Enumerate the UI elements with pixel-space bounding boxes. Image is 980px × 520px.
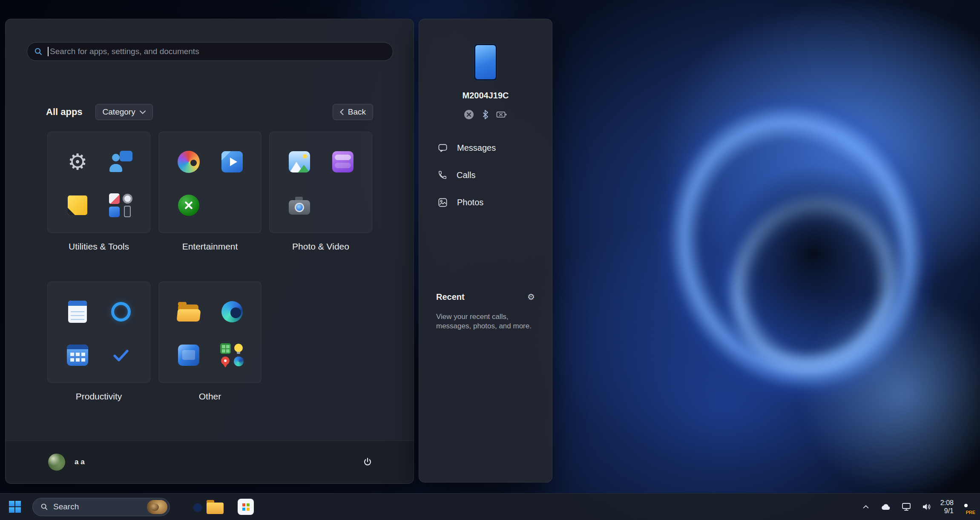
all-apps-title: All apps	[46, 106, 83, 118]
back-button[interactable]: Back	[333, 104, 373, 120]
taskbar-search-label: Search	[53, 502, 142, 511]
category-tile-photo-video[interactable]	[269, 132, 372, 233]
apps-cluster	[220, 343, 244, 367]
menu-item-calls[interactable]: Calls	[430, 166, 541, 184]
sticky-notes-icon	[66, 193, 89, 217]
category-label: Photo & Video	[269, 241, 372, 252]
phone-preview-image	[474, 43, 497, 81]
search-input[interactable]	[50, 47, 386, 56]
paint-icon	[177, 150, 201, 174]
start-menu-panel: All apps Category Back ⚙	[5, 19, 414, 484]
edge-icon	[220, 300, 244, 324]
photo-icon	[438, 198, 448, 207]
onedrive-icon[interactable]	[878, 501, 893, 513]
phone-status-row	[419, 109, 552, 120]
notepad-icon	[66, 300, 89, 324]
category-tile-productivity[interactable]	[47, 282, 150, 383]
desktop: All apps Category Back ⚙	[0, 0, 980, 520]
category-tile-other[interactable]	[158, 282, 262, 383]
video-editor-icon	[331, 150, 355, 174]
category-tile-utilities-tools[interactable]: ⚙	[47, 132, 150, 233]
recent-title: Recent	[436, 292, 465, 302]
text-caret	[48, 47, 49, 56]
network-icon[interactable]	[900, 500, 913, 513]
category-dropdown[interactable]: Category	[95, 104, 153, 120]
chevron-down-icon	[140, 110, 146, 114]
category-dropdown-label: Category	[103, 107, 135, 117]
volume-icon[interactable]	[920, 500, 934, 513]
call-icon	[438, 170, 447, 180]
menu-item-label: Photos	[457, 198, 483, 207]
menu-item-photos[interactable]: Photos	[430, 193, 541, 212]
taskbar-left-group: Search	[0, 494, 254, 520]
category-label: Other	[158, 391, 262, 402]
microsoft-store-icon[interactable]	[237, 498, 254, 515]
mini-app-icon	[221, 356, 230, 365]
start-menu-footer: a a	[6, 440, 414, 483]
system-tray: 2:08 9/1 PRE	[860, 494, 980, 520]
menu-item-label: Calls	[457, 170, 475, 180]
edge-icon[interactable]	[178, 498, 195, 515]
mini-app-icon	[123, 194, 132, 204]
battery-unknown-icon	[496, 109, 507, 120]
hidden-icons-chevron-icon[interactable]	[860, 502, 871, 511]
menu-item-messages[interactable]: Messages	[430, 138, 541, 157]
category-tile-entertainment[interactable]	[158, 132, 262, 233]
cortana-icon	[109, 300, 133, 324]
search-spotlight-image[interactable]	[147, 500, 167, 514]
mini-app-icon	[109, 207, 120, 217]
power-icon	[362, 457, 373, 467]
recent-description: View your recent calls, messages, photos…	[436, 312, 536, 331]
todo-check-icon	[109, 343, 133, 367]
feedback-hub-icon	[109, 150, 133, 174]
category-label: Entertainment	[158, 241, 262, 252]
xbox-icon	[177, 193, 201, 217]
back-button-label: Back	[348, 107, 366, 117]
settings-gear-icon: ⚙	[66, 150, 89, 174]
device-name: M2004J19C	[419, 91, 552, 101]
mini-app-icon	[234, 356, 244, 366]
clock-date: 9/1	[944, 507, 954, 515]
start-button[interactable]	[5, 497, 25, 517]
recent-header: Recent ⚙	[436, 291, 535, 303]
bluetooth-icon	[482, 109, 489, 120]
settings-gear-icon[interactable]: ⚙	[527, 293, 535, 301]
movies-tv-icon	[220, 150, 244, 174]
phone-menu: Messages Calls Photos	[430, 138, 541, 220]
user-account[interactable]: a a	[48, 454, 85, 471]
apps-cluster	[109, 193, 133, 217]
tray-badge: PRE	[966, 510, 975, 515]
phone-disconnected-icon	[464, 109, 474, 120]
mini-app-icon	[124, 206, 131, 217]
photos-icon	[287, 150, 311, 174]
windows-logo-icon	[9, 501, 21, 513]
user-avatar	[48, 454, 65, 471]
file-explorer-icon	[177, 300, 201, 324]
menu-item-label: Messages	[457, 143, 496, 153]
mini-app-icon	[109, 193, 120, 204]
taskbar: Search	[0, 493, 980, 520]
file-explorer-icon[interactable]	[207, 498, 224, 515]
mini-app-icon	[234, 344, 243, 352]
category-label: Productivity	[47, 391, 150, 402]
clock[interactable]: 2:08 9/1	[940, 499, 954, 515]
phone-link-panel: M2004J19C Messages	[419, 19, 552, 483]
search-icon	[34, 47, 43, 56]
tray-app-icon[interactable]: PRE	[960, 500, 974, 514]
mini-app-icon	[220, 343, 231, 354]
all-apps-header: All apps Category Back	[46, 103, 373, 121]
clock-time: 2:08	[940, 499, 954, 507]
power-button[interactable]	[358, 453, 377, 471]
chevron-left-icon	[340, 109, 344, 115]
camera-icon	[287, 193, 311, 217]
message-icon	[438, 143, 448, 153]
start-search-bar[interactable]	[27, 42, 393, 61]
user-name: a a	[75, 458, 85, 466]
phone-link-icon	[177, 343, 201, 367]
calendar-icon	[66, 343, 89, 367]
taskbar-search-box[interactable]: Search	[32, 498, 170, 516]
search-icon	[40, 503, 48, 511]
category-label: Utilities & Tools	[47, 241, 150, 252]
